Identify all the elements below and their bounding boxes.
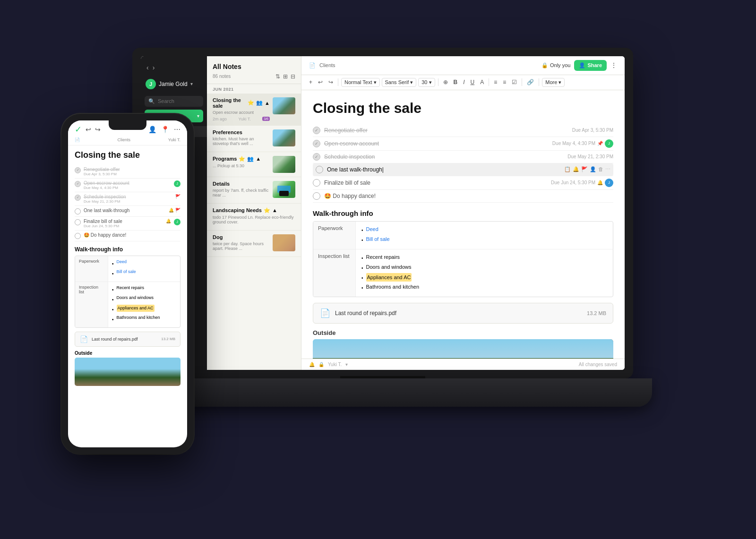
nav-back-icon[interactable]: ‹	[146, 64, 149, 71]
note-item-closing[interactable]: Closing the sale ⭐ 👥 ▲ Open escrow accou…	[207, 94, 301, 126]
note-item-programs[interactable]: Programs ⭐ 👥 ▲ ... Pickup at 5:30	[207, 152, 301, 177]
bold-icon[interactable]: B	[452, 78, 460, 86]
phone-undo-icon[interactable]: ↩	[86, 126, 91, 133]
user-dropdown-icon[interactable]: ▾	[190, 81, 193, 86]
phone-check-walkthrough[interactable]	[75, 208, 81, 214]
phone-pdf[interactable]: 📄 Last round of repairs.pdf 13.2 MB	[75, 332, 180, 347]
numbered-icon[interactable]: ≡	[501, 78, 508, 86]
bell-icon[interactable]: 🔔	[573, 166, 579, 172]
phone-bathrooms-item: • Bathrooms and kitchen	[112, 315, 176, 323]
bullets-icon[interactable]: ≡	[492, 78, 499, 86]
task-renegotiate[interactable]: Renegotiate offer Due Apr 3, 5:30 PM	[313, 124, 613, 137]
phone-check-happy[interactable]	[75, 233, 81, 239]
grid-icon[interactable]: ⊟	[291, 73, 295, 80]
more-action-icon[interactable]: ⋯	[605, 166, 610, 172]
phone-task-body-escrow: Open escrow account Due May 4, 4:30 PM	[84, 180, 171, 190]
task-bill-of-sale[interactable]: Finalize bill of sale Due Jun 24, 5:30 P…	[313, 176, 613, 190]
phone-task-renegotiate[interactable]: Renegotiate offer Due Apr 3, 5:30 PM	[75, 165, 180, 179]
more-options-icon[interactable]: ⋮	[610, 61, 617, 69]
text-color-icon[interactable]: A	[478, 78, 486, 86]
copy-icon[interactable]: 📋	[564, 166, 571, 172]
bill-of-sale-link[interactable]: Bill of sale	[366, 235, 390, 243]
search-input[interactable]	[158, 98, 199, 104]
task-text-bill: Finalize bill of sale	[324, 180, 551, 186]
task-check-renegotiate[interactable]	[313, 127, 320, 134]
size-dropdown[interactable]: 30 ▾	[418, 78, 435, 87]
underline-icon[interactable]: U	[469, 78, 477, 86]
flag-icon[interactable]: 🚩	[581, 166, 588, 172]
sidebar-search[interactable]: 🔍	[145, 96, 203, 107]
phone-repairs-item: • Recent repairs	[112, 285, 176, 293]
phone-person-icon[interactable]: 👤	[148, 126, 156, 133]
new-dropdown-arrow-icon[interactable]: ▾	[197, 113, 199, 119]
link-icon[interactable]: 🔗	[525, 78, 536, 86]
task-walkthrough[interactable]: One last walk-through| 📋 🔔 🚩 👤 🗑 ⋯	[313, 163, 613, 176]
font-size-label: 30	[421, 79, 427, 85]
italic-icon[interactable]: I	[461, 78, 466, 86]
deed-link[interactable]: Deed	[366, 225, 378, 233]
phone-redo-icon[interactable]: ↪	[95, 126, 101, 133]
nav-forward-icon[interactable]: ›	[153, 64, 155, 71]
font-dropdown[interactable]: Sans Serif ▾	[382, 78, 417, 87]
add-block-icon[interactable]: +	[307, 78, 314, 86]
task-check-escrow[interactable]	[313, 140, 320, 147]
phone-task-body-inspection: Schedule inspection Due May 21, 2:30 PM	[84, 194, 172, 204]
phone-check-bill[interactable]	[75, 219, 81, 225]
phone-bill-link[interactable]: Bill of sale	[117, 269, 136, 275]
task-inspection[interactable]: Schedule inspection Due May 21, 2:30 PM	[313, 151, 613, 163]
undo-icon[interactable]: ↩	[316, 78, 325, 86]
sidebar-user[interactable]: J Jamie Gold ▾	[141, 76, 207, 92]
phone-task-escrow[interactable]: Open escrow account Due May 4, 4:30 PM J	[75, 179, 180, 192]
plus-circle-icon[interactable]: ⊕	[441, 78, 450, 86]
notes-count-row: 86 notes ⇅ ⊞ ⊟	[213, 73, 295, 80]
phone-check-renegotiate[interactable]	[75, 167, 81, 173]
ground-layer	[313, 358, 613, 359]
pdf-attachment[interactable]: 📄 Last round of repairs.pdf 13.2 MB	[313, 303, 613, 324]
trash-icon[interactable]: 🗑	[598, 166, 603, 172]
phone-task-happy[interactable]: 🤩 Do happy dance!	[75, 231, 180, 241]
sort-icon[interactable]: ⇅	[275, 73, 280, 80]
more-dropdown[interactable]: More ▾	[542, 78, 565, 87]
footer-user-arrow[interactable]: ▾	[345, 362, 348, 367]
task-happy-dance[interactable]: 🤩 Do happy dance!	[313, 190, 613, 203]
walkthrough-section-title: Walk-through info	[313, 209, 613, 217]
search-icon: 🔍	[148, 98, 155, 104]
phone-topbar-right: 👤 📍 ⋯	[148, 126, 180, 133]
share-button[interactable]: 👤 Share	[574, 60, 607, 71]
phone-deed-link[interactable]: Deed	[117, 259, 127, 265]
laptop: ‹ › J Jamie Gold ▾ 🔍	[132, 48, 652, 454]
task-check-happy[interactable]	[313, 192, 320, 200]
person-icon[interactable]: 👤	[590, 166, 596, 172]
task-check-walkthrough[interactable]	[316, 166, 323, 173]
sky-layer	[313, 339, 613, 359]
editor-content[interactable]: Closing the sale Renegotiate offer Due A…	[301, 90, 625, 359]
footer-lock-icon[interactable]: 🔒	[318, 362, 324, 367]
task-escrow[interactable]: Open escrow account Due May 4, 4:30 PM 📌…	[313, 137, 613, 151]
phone-task-inspection[interactable]: Schedule inspection Due May 21, 2:30 PM …	[75, 192, 180, 206]
filter-icon[interactable]: ⊞	[283, 73, 288, 80]
note-item-landscaping[interactable]: Landscaping Needs ⭐ ▲ todo 17 Pinewood L…	[207, 204, 301, 231]
only-you-badge: 🔒 Only you	[541, 62, 570, 68]
task-due-renegotiate: Due Apr 3, 5:30 PM	[572, 128, 613, 133]
note-subtitle-closing: Open escrow account	[213, 110, 270, 115]
phone-task-walkthrough[interactable]: One last walk-through 🔔 🚩	[75, 206, 180, 217]
note-item-details[interactable]: Details report by 7am. ff, check traffic…	[207, 177, 301, 204]
note-content-dog: Dog twice per day. Space hours apart. Pl…	[213, 234, 270, 253]
note-item-dog[interactable]: Dog twice per day. Space hours apart. Pl…	[207, 231, 301, 257]
phone-check-inspection[interactable]	[75, 195, 81, 201]
phone-check-icon[interactable]: ✓	[75, 124, 82, 135]
note-item-preferences[interactable]: Preferences kitchen. Must have an stovet…	[207, 126, 301, 152]
phone-more-icon[interactable]: ⋯	[174, 126, 180, 133]
phone-content[interactable]: Closing the sale Renegotiate offer Due A…	[68, 145, 187, 447]
phone-task-body-happy: 🤩 Do happy dance!	[84, 232, 180, 238]
phone-red-flag-icon: 🚩	[175, 208, 180, 213]
checkbox-icon[interactable]: ☑	[510, 78, 519, 86]
phone-location-icon[interactable]: 📍	[161, 126, 169, 133]
task-check-inspection[interactable]	[313, 153, 320, 161]
task-check-bill[interactable]	[313, 179, 320, 187]
footer-bell-icon[interactable]: 🔔	[309, 362, 315, 367]
phone-task-bill[interactable]: Finalize bill of sale Due Jun 24, 5:30 P…	[75, 217, 180, 231]
phone-check-escrow[interactable]	[75, 181, 81, 187]
redo-icon[interactable]: ↪	[326, 78, 335, 86]
format-dropdown[interactable]: Normal Text ▾	[341, 78, 379, 87]
